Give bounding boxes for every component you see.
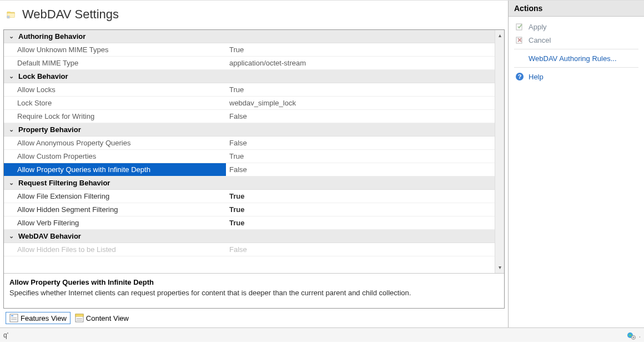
status-bar: q' . xyxy=(0,327,644,342)
category-label: WebDAV Behavior xyxy=(18,232,81,240)
actions-pane: Actions Apply Cancel xyxy=(508,1,644,327)
property-label: Default MIME Type xyxy=(4,57,226,69)
page-title: WebDAV Settings xyxy=(22,7,119,22)
description-title: Allow Property Queries with Infinite Dep… xyxy=(9,278,499,286)
property-row[interactable]: Allow Custom PropertiesTrue xyxy=(4,150,495,163)
svg-text:?: ? xyxy=(518,73,522,80)
status-left: q' xyxy=(3,331,8,339)
tab-content-view[interactable]: Content View xyxy=(72,312,132,324)
property-value[interactable]: True xyxy=(226,216,495,229)
category-label: Authoring Behavior xyxy=(18,32,85,41)
svg-rect-7 xyxy=(76,314,83,316)
features-view-icon xyxy=(9,314,18,322)
property-value[interactable]: True xyxy=(226,190,495,203)
category-header[interactable]: ⌄Property Behavior xyxy=(4,123,495,137)
property-row[interactable]: Allow Hidden Segment FilteringTrue xyxy=(4,203,495,216)
content-view-icon xyxy=(75,314,84,322)
property-row[interactable]: Allow Verb FilteringTrue xyxy=(4,216,495,230)
view-tabs: Features View Content View xyxy=(3,309,505,324)
category-header[interactable]: ⌄Request Filtering Behavior xyxy=(4,176,495,190)
property-value[interactable]: application/octet-stream xyxy=(226,57,495,69)
property-label: Allow Unknown MIME Types xyxy=(4,43,226,56)
action-apply-label: Apply xyxy=(529,23,547,31)
action-authoring-rules[interactable]: WebDAV Authoring Rules... xyxy=(511,52,642,65)
tab-features-label: Features View xyxy=(21,314,67,322)
category-header[interactable]: ⌄Lock Behavior xyxy=(4,70,495,83)
main-panel: WebDAV Settings ⌄Authoring BehaviorAllow… xyxy=(0,1,508,327)
property-row[interactable]: Lock Storewebdav_simple_lock xyxy=(4,97,495,110)
chevron-down-icon: ⌄ xyxy=(7,179,15,186)
help-icon: ? xyxy=(515,72,524,81)
action-help-label: Help xyxy=(529,73,544,81)
scroll-up-arrow[interactable]: ▴ xyxy=(499,31,501,40)
property-row[interactable]: Allow Anonymous Property QueriesFalse xyxy=(4,137,495,150)
description-panel: Allow Property Queries with Infinite Dep… xyxy=(4,273,504,308)
property-value[interactable]: False xyxy=(226,163,495,176)
action-separator xyxy=(514,49,638,49)
property-label: Require Lock for Writing xyxy=(4,110,226,123)
property-label: Allow Hidden Files to be Listed xyxy=(4,243,226,256)
svg-rect-5 xyxy=(11,319,17,320)
property-row[interactable]: Allow File Extension FilteringTrue xyxy=(4,190,495,203)
title-row: WebDAV Settings xyxy=(3,4,505,29)
action-help[interactable]: ? Help xyxy=(511,70,642,83)
property-value[interactable]: False xyxy=(226,110,495,123)
scroll-down-arrow[interactable]: ▾ xyxy=(499,263,501,272)
actions-header: Actions xyxy=(509,1,644,17)
property-row[interactable]: Allow Property Queries with Infinite Dep… xyxy=(4,163,495,176)
property-label: Allow Verb Filtering xyxy=(4,216,226,229)
category-header[interactable]: ⌄WebDAV Behavior xyxy=(4,230,495,243)
action-cancel-label: Cancel xyxy=(529,36,551,44)
property-row[interactable]: Allow Unknown MIME TypesTrue xyxy=(4,43,495,57)
property-label: Allow File Extension Filtering xyxy=(4,190,226,203)
property-label: Allow Hidden Segment Filtering xyxy=(4,203,226,216)
property-row[interactable]: Default MIME Typeapplication/octet-strea… xyxy=(4,57,495,70)
property-grid: ⌄Authoring BehaviorAllow Unknown MIME Ty… xyxy=(3,29,505,309)
property-label: Allow Property Queries with Infinite Dep… xyxy=(4,163,226,176)
svg-rect-4 xyxy=(11,317,17,319)
svg-rect-3 xyxy=(11,315,13,316)
property-label: Allow Custom Properties xyxy=(4,150,226,163)
property-value[interactable]: False xyxy=(226,137,495,149)
property-label: Lock Store xyxy=(4,97,226,109)
description-body: Specifies whether Internet clients can r… xyxy=(9,289,499,297)
blank-icon xyxy=(515,54,524,63)
property-label: Allow Locks xyxy=(4,83,226,96)
property-value[interactable]: True xyxy=(226,43,495,56)
vertical-scrollbar[interactable]: ▴ ▾ xyxy=(495,30,504,273)
chevron-down-icon: ⌄ xyxy=(7,33,15,40)
category-label: Lock Behavior xyxy=(18,72,68,80)
webdav-icon xyxy=(7,10,16,19)
svg-rect-9 xyxy=(77,320,82,321)
property-value[interactable]: True xyxy=(226,150,495,163)
svg-rect-8 xyxy=(77,318,82,319)
property-label: Allow Anonymous Property Queries xyxy=(4,137,226,149)
property-row[interactable]: Allow Hidden Files to be ListedFalse xyxy=(4,243,495,256)
cancel-icon xyxy=(515,36,524,44)
chevron-down-icon: ⌄ xyxy=(7,126,15,133)
chevron-down-icon: ⌄ xyxy=(7,233,15,240)
action-cancel: Cancel xyxy=(511,33,642,47)
action-apply: Apply xyxy=(511,20,642,33)
tab-features-view[interactable]: Features View xyxy=(6,312,71,324)
property-row[interactable]: Require Lock for WritingFalse xyxy=(4,110,495,123)
property-value[interactable]: True xyxy=(226,83,495,96)
action-authoring-rules-label: WebDAV Authoring Rules... xyxy=(529,54,617,63)
category-header[interactable]: ⌄Authoring Behavior xyxy=(4,30,495,43)
chevron-down-icon: ⌄ xyxy=(7,73,15,80)
property-value[interactable]: False xyxy=(226,243,495,256)
category-label: Property Behavior xyxy=(18,125,81,134)
property-row[interactable]: Allow LocksTrue xyxy=(4,83,495,97)
property-value[interactable]: webdav_simple_lock xyxy=(226,97,495,109)
action-separator xyxy=(514,67,638,68)
apply-icon xyxy=(515,22,524,31)
property-value[interactable]: True xyxy=(226,203,495,216)
tab-content-label: Content View xyxy=(86,314,129,322)
status-config-icon[interactable] xyxy=(627,331,636,340)
category-label: Request Filtering Behavior xyxy=(18,179,110,187)
